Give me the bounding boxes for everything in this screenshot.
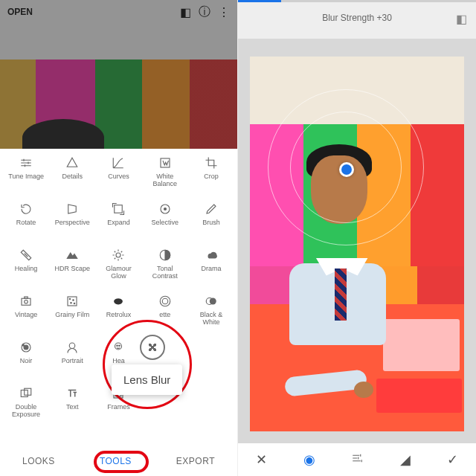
apply-icon[interactable]: ✓ (447, 451, 458, 468)
tool-tonal[interactable]: Tonal Contrast (142, 247, 188, 290)
tool-noir[interactable]: Noir (3, 339, 49, 382)
lens-blur-icon[interactable] (140, 335, 165, 360)
tool-label: Retrolux (106, 312, 132, 319)
tool-label: Vintage (15, 312, 37, 319)
tool-label: Tonal Contrast (152, 266, 178, 280)
svg-point-12 (71, 303, 72, 304)
more-icon[interactable]: ⋮ (218, 5, 230, 19)
tool-label: Text (66, 404, 79, 411)
cancel-icon[interactable]: ✕ (256, 451, 267, 468)
svg-rect-8 (25, 297, 28, 298)
compare-icon[interactable]: ◧ (456, 12, 467, 26)
bottom-tabs: LOOKS TOOLS EXPORT (0, 446, 237, 476)
progress-bar[interactable] (238, 0, 476, 2)
expand-icon (112, 201, 125, 217)
svg-point-3 (164, 208, 166, 210)
double-icon (19, 385, 33, 402)
tool-label: Selective (151, 219, 178, 227)
tool-selective[interactable]: Selective (142, 201, 188, 244)
tab-looks[interactable]: LOOKS (13, 451, 64, 471)
tool-retrolux[interactable]: Retrolux (95, 293, 141, 336)
svg-rect-6 (22, 298, 30, 305)
right-header: Blur Strength +30 ◧ (238, 0, 476, 39)
tools-panel: Tune ImageDetailsCurvesWhite BalanceCrop… (0, 149, 237, 446)
info-icon[interactable]: ⓘ (199, 4, 210, 20)
tonal-icon (158, 247, 172, 263)
tool-label: Grainy Film (55, 312, 89, 319)
tool-grunge[interactable]: ette (142, 293, 188, 336)
tab-export[interactable]: EXPORT (167, 451, 224, 471)
top-bar: OPEN ◧ ⓘ ⋮ (0, 0, 237, 24)
tool-text[interactable]: Text (49, 385, 95, 428)
noir-icon (19, 339, 33, 356)
svg-point-19 (24, 345, 28, 350)
svg-point-4 (116, 253, 120, 257)
svg-point-13 (74, 303, 76, 304)
crop-icon (205, 155, 218, 171)
blur-center-handle[interactable] (339, 162, 354, 177)
grainy-icon (65, 293, 79, 309)
tool-tune[interactable]: Tune Image (3, 155, 49, 198)
tool-curves[interactable]: Curves (95, 155, 141, 198)
tool-label: Details (62, 173, 83, 181)
tool-drama[interactable]: Drama (188, 247, 234, 290)
tool-vintage[interactable]: Vintage (3, 293, 49, 336)
tool-label: Tune Image (8, 173, 44, 181)
tune-icon (19, 155, 33, 171)
tool-label: HDR Scape (55, 266, 91, 273)
portrait-icon (65, 339, 79, 356)
svg-point-15 (162, 298, 168, 304)
tool-double[interactable]: Double Exposure (3, 385, 49, 428)
tool-crop[interactable]: Crop (188, 155, 234, 198)
tool-label: Rotate (16, 219, 36, 227)
svg-point-23 (117, 345, 118, 347)
blur-shape-icon[interactable]: ◉ (303, 451, 315, 468)
svg-point-11 (73, 300, 74, 301)
text-icon (65, 385, 79, 402)
tool-label: Crop (204, 173, 219, 181)
tool-healing[interactable]: Healing (3, 247, 49, 290)
tool-label: Healing (15, 266, 38, 273)
tool-label: Noir (20, 358, 33, 365)
tool-expand[interactable]: Expand (95, 201, 141, 244)
hdr-icon (65, 247, 79, 263)
selective-icon (158, 201, 172, 217)
svg-point-21 (70, 343, 76, 349)
healing-icon (19, 247, 33, 263)
adjust-icon[interactable] (351, 451, 364, 469)
tool-brush[interactable]: Brush (188, 201, 234, 244)
tool-details[interactable]: Details (49, 155, 95, 198)
tool-wb[interactable]: White Balance (142, 155, 188, 198)
tool-bw[interactable]: Black & White (188, 293, 234, 336)
svg-point-10 (70, 298, 71, 300)
tool-label: ette (159, 312, 170, 319)
tool-grainy[interactable]: Grainy Film (49, 293, 95, 336)
svg-point-7 (25, 300, 28, 304)
tool-label: Expand (107, 219, 130, 227)
tool-label: Portrait (62, 358, 83, 365)
vintage-icon (19, 293, 33, 309)
tab-tools[interactable]: TOOLS (91, 451, 141, 471)
glamour-icon (112, 247, 125, 263)
tool-portrait[interactable]: Portrait (49, 339, 95, 382)
styles-icon[interactable]: ◢ (400, 451, 411, 468)
tool-glamour[interactable]: Glamour Glow (95, 247, 141, 290)
svg-rect-1 (115, 205, 123, 213)
tool-perspective[interactable]: Perspective (49, 201, 95, 244)
lens-blur-tooltip: Lens Blur (112, 364, 182, 395)
svg-point-14 (160, 296, 170, 306)
head-icon (112, 339, 125, 356)
tool-label: Perspective (55, 219, 90, 227)
retrolux-icon (112, 293, 125, 309)
tool-hdr[interactable]: HDR Scape (49, 247, 95, 290)
drama-icon (205, 247, 218, 263)
perspective-icon (65, 201, 79, 217)
edit-toolbar: ✕ ◉ ◢ ✓ (238, 443, 476, 476)
layers-icon[interactable]: ◧ (180, 5, 191, 19)
tool-label: Double Exposure (12, 404, 40, 419)
rotate-icon (19, 201, 33, 217)
bw-icon (205, 293, 218, 309)
open-button[interactable]: OPEN (7, 7, 33, 17)
details-icon (65, 155, 79, 171)
tool-rotate[interactable]: Rotate (3, 201, 49, 244)
